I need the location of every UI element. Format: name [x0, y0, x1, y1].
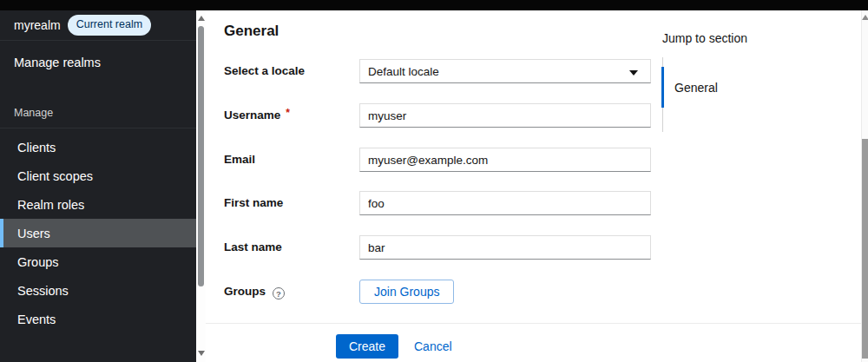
- form-row-groups: Groups? Join Groups: [224, 280, 779, 304]
- jump-link-general[interactable]: General: [674, 81, 718, 95]
- locale-select-value: Default locale: [368, 65, 439, 78]
- main-content: General Select a locale Default locale U…: [206, 10, 861, 362]
- form-row-email: Email: [224, 148, 779, 172]
- sidebar-item-label: Manage realms: [14, 56, 101, 69]
- username-label-text: Username: [224, 109, 280, 122]
- jump-nav-active-indicator: [661, 67, 664, 108]
- realm-name: myrealm: [14, 18, 61, 32]
- form-row-last-name: Last name: [224, 235, 779, 260]
- first-name-field[interactable]: [359, 191, 651, 215]
- sidebar-section-title: Manage: [0, 105, 196, 121]
- current-realm-badge: Current realm: [68, 15, 151, 36]
- join-groups-button[interactable]: Join Groups: [359, 280, 454, 304]
- sidebar-item-realm-roles[interactable]: Realm roles: [0, 190, 196, 219]
- page-title: General: [224, 23, 279, 40]
- form-row-locale: Select a locale Default locale: [224, 59, 779, 83]
- jump-nav-title: Jump to section: [662, 31, 747, 45]
- sidebar-item-users[interactable]: Users: [0, 219, 196, 247]
- username-field[interactable]: [359, 103, 651, 128]
- last-name-field[interactable]: [359, 235, 651, 260]
- page-scrollbar-thumb[interactable]: [862, 139, 868, 359]
- chevron-down-icon: [629, 70, 638, 76]
- sidebar-item-sessions[interactable]: Sessions: [0, 276, 196, 305]
- sidebar-item-groups[interactable]: Groups: [0, 247, 196, 276]
- email-label: Email: [224, 148, 255, 172]
- masthead-strip: [0, 0, 868, 10]
- scroll-up-icon[interactable]: [198, 16, 205, 21]
- groups-label: Groups?: [224, 280, 285, 304]
- required-asterisk: *: [286, 107, 290, 119]
- footer-divider: [206, 323, 861, 324]
- sidebar-divider: [0, 128, 196, 128]
- sidebar-scrollbar[interactable]: [196, 10, 206, 362]
- last-name-label: Last name: [224, 235, 282, 260]
- locale-label: Select a locale: [224, 59, 305, 83]
- create-button[interactable]: Create: [336, 334, 398, 359]
- sidebar-scrollbar-thumb[interactable]: [198, 26, 204, 286]
- sidebar: myrealm Current realm Manage realms Mana…: [0, 10, 196, 362]
- sidebar-item-clients[interactable]: Clients: [0, 133, 196, 161]
- page-scrollbar[interactable]: [861, 10, 868, 362]
- scroll-down-icon[interactable]: [198, 351, 205, 356]
- groups-label-text: Groups: [224, 285, 266, 298]
- form-row-first-name: First name: [224, 191, 779, 215]
- scroll-up-icon[interactable]: [862, 15, 868, 20]
- realm-selector[interactable]: myrealm Current realm: [0, 10, 196, 41]
- first-name-label: First name: [224, 191, 283, 215]
- cancel-button[interactable]: Cancel: [414, 334, 452, 359]
- sidebar-item-manage-realms[interactable]: Manage realms: [0, 41, 196, 84]
- locale-select[interactable]: Default locale: [359, 59, 651, 83]
- help-icon[interactable]: ?: [273, 287, 285, 299]
- sidebar-nav-list: Clients Client scopes Realm roles Users …: [0, 133, 196, 333]
- form-row-username: Username*: [224, 103, 779, 128]
- sidebar-item-events[interactable]: Events: [0, 305, 196, 333]
- email-field[interactable]: [359, 148, 651, 172]
- sidebar-item-client-scopes[interactable]: Client scopes: [0, 161, 196, 190]
- username-label: Username*: [224, 103, 290, 128]
